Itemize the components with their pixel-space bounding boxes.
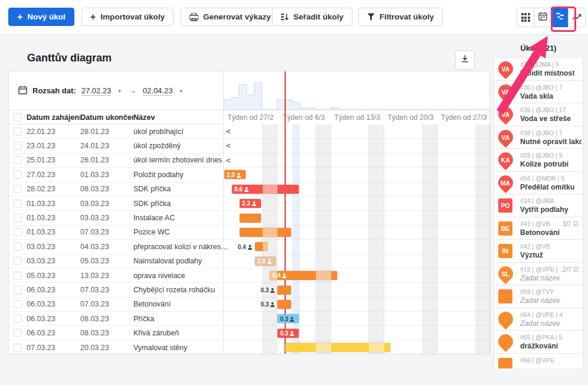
row-checkbox[interactable] [14, 128, 22, 136]
task-card[interactable]: VA#38 | @JBO | 7Nutné opravit laková… [494, 126, 583, 149]
column-header-start[interactable]: Datum zahájení [27, 113, 80, 122]
task-card[interactable]: VA#30 | @JBO | 7Vada skla [494, 80, 583, 104]
sort-tasks-button[interactable]: Seřadit úkoly [272, 8, 352, 26]
generate-reports-button[interactable]: Generovat výkazy [181, 8, 280, 26]
task-card[interactable]: #64 | @VPE | 4Zadat název [494, 308, 583, 331]
task-card[interactable]: VA#36 | @JBO | 17Voda ve střeše [494, 103, 583, 126]
week-header-label: Týden od 20/3 [384, 113, 437, 122]
avatar-initials: VA [502, 111, 510, 118]
task-card[interactable]: PO#34 | @JMAVytřít podlahy [494, 194, 583, 217]
task-title: Výztuž [520, 251, 543, 259]
weekend-fade [324, 343, 331, 352]
row-checkbox[interactable] [14, 344, 22, 352]
start-date-cell: 23.01.23 [27, 142, 80, 150]
row-checkbox[interactable] [14, 315, 22, 323]
row-checkbox[interactable] [14, 329, 22, 337]
calendar-view-button[interactable] [534, 8, 551, 27]
row-checkbox[interactable] [14, 185, 22, 193]
caret-down-icon[interactable]: ▾ [179, 88, 182, 94]
row-checkbox[interactable] [14, 272, 22, 280]
start-date-cell: 25.01.23 [27, 156, 80, 164]
column-header-name[interactable]: Název [133, 113, 224, 122]
subtask-badge: 2/7 ☑ [563, 266, 579, 273]
task-card[interactable]: KA#28 | @JBO | 9Kolize potrubí [494, 148, 583, 172]
filter-tasks-button[interactable]: Filtrovat úkoly [358, 8, 443, 26]
row-checkbox[interactable] [14, 300, 22, 308]
task-card[interactable]: #65 | @PKA | 5drážkování [494, 330, 583, 354]
row-checkbox-cell [9, 128, 27, 136]
start-date-cell: 03.03.23 [27, 257, 80, 265]
date-to-link[interactable]: 02.04.23 [143, 86, 173, 96]
gantt-panel: Rozsah dat: 27.02.23 ▾ → 02.04.23 ▾ Datu… [8, 71, 490, 354]
task-meta: #30 | @JBO | 7 [520, 84, 563, 91]
filter-tasks-label: Filtrovat úkoly [380, 12, 434, 21]
calendar-icon [538, 12, 547, 23]
sort-tasks-label: Seřadit úkoly [293, 12, 344, 21]
gantt-bar[interactable] [277, 286, 291, 295]
gantt-bar[interactable] [255, 242, 269, 251]
gantt-icon [556, 12, 564, 23]
weekend-fade [369, 343, 377, 352]
task-meta: #34 | @JMA [520, 197, 554, 204]
select-all-checkbox[interactable] [14, 113, 22, 122]
avatar-shape: VA [495, 81, 516, 102]
end-date-cell: 08.03.23 [80, 315, 133, 323]
task-meta: #59 | @TVY [520, 288, 554, 295]
gantt-view-button[interactable] [551, 8, 569, 27]
grid-view-button[interactable] [517, 8, 534, 27]
task-card[interactable]: SL#18 | @VPE | …Zadat název2/7 ☑ [494, 262, 583, 286]
weekend-stripe [475, 125, 491, 354]
bar-load-label: 2.3 [242, 200, 257, 207]
avatar-initials: SL [502, 270, 509, 277]
import-tasks-button[interactable]: + Importovat úkoly [81, 8, 174, 26]
start-date-cell: 06.03.23 [27, 329, 80, 337]
weekend-stripe [422, 125, 437, 354]
task-card[interactable]: #59 | @TVYZadat název [494, 285, 583, 308]
gantt-bar[interactable] [240, 228, 291, 237]
sidebar-header: Úkoly (21) [494, 39, 583, 57]
row-checkbox[interactable] [14, 243, 22, 251]
task-card[interactable]: BE#41 | @VBBetonování3/7 ☑ [494, 217, 583, 240]
new-task-button[interactable]: + Nový úkol [8, 8, 74, 26]
date-range-bar: Rozsah dat: 27.02.23 ▾ → 02.04.23 ▾ [9, 71, 223, 110]
row-checkbox[interactable] [14, 214, 22, 222]
row-checkbox[interactable] [14, 228, 22, 236]
pin-avatar [498, 334, 513, 349]
end-date-cell: 07.03.23 [80, 228, 133, 236]
gantt-bar[interactable] [277, 300, 291, 309]
task-card[interactable]: VA#7 | @JMA | 5Uklidit místnost [494, 57, 583, 81]
task-card[interactable]: #66 | @VPE [494, 353, 583, 369]
caret-down-icon[interactable]: ▾ [118, 88, 121, 94]
avatar-shape: PO [498, 198, 512, 213]
end-date-cell: 13.03.23 [80, 272, 133, 280]
weekend-fade [324, 271, 331, 280]
before-range-marker: < [226, 127, 231, 136]
gantt-bar[interactable] [285, 343, 390, 352]
subtask-badge: 3/7 ☑ [563, 220, 579, 227]
task-title: Kolize potrubí [520, 160, 569, 168]
gantt-bar[interactable] [240, 214, 261, 223]
task-card[interactable]: MA#56 | @MDR | 5Předělat omítku [494, 171, 583, 195]
pin-avatar: VA [498, 107, 513, 122]
table-chart-divider[interactable] [223, 71, 224, 354]
row-checkbox[interactable] [14, 171, 22, 179]
download-button[interactable] [455, 50, 475, 70]
start-date-cell: 06.03.23 [27, 315, 80, 323]
column-header-end[interactable]: Datum ukončení [80, 113, 133, 122]
row-checkbox[interactable] [14, 156, 22, 164]
bar-load-label: 0.3 [250, 287, 275, 293]
row-checkbox[interactable] [14, 257, 22, 265]
activity-view-button[interactable] [568, 8, 586, 27]
end-date-cell: 08.03.23 [80, 185, 133, 193]
weekend-fade [377, 343, 384, 352]
task-title: Uklidit místnost [520, 69, 574, 77]
task-card[interactable]: IN#42 | @VBVýztuž [494, 239, 583, 263]
bar-load-label: 0.3 [280, 316, 295, 322]
date-from-link[interactable]: 27.02.23 [81, 86, 112, 96]
row-checkbox[interactable] [14, 142, 22, 150]
start-date-cell: 27.02.23 [27, 171, 80, 179]
row-checkbox[interactable] [14, 200, 22, 208]
avatar-initials: KA [501, 156, 510, 163]
task-meta: #56 | @MDR | 5 [520, 175, 564, 182]
row-checkbox[interactable] [14, 286, 22, 294]
